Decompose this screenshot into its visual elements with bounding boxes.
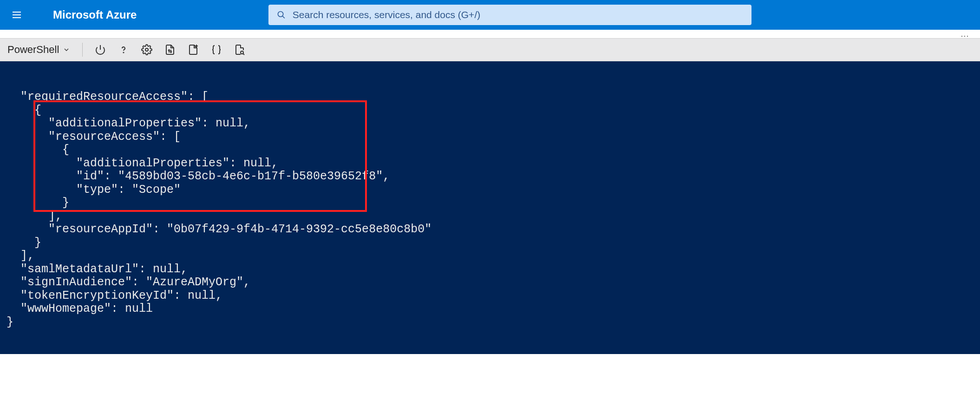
file-preview-icon — [234, 44, 245, 55]
terminal-line: "tokenEncryptionKeyId": null, — [7, 289, 973, 303]
terminal-line: "id": "4589bd03-58cb-4e6c-b17f-b580e3965… — [7, 170, 973, 184]
terminal-line: ], — [7, 250, 973, 263]
braces-icon — [211, 44, 222, 55]
editor-button[interactable] — [211, 44, 222, 55]
terminal-line: ], — [7, 210, 973, 223]
terminal-line: { — [7, 104, 973, 118]
svg-line-4 — [283, 16, 285, 18]
preview-button[interactable] — [234, 44, 245, 55]
terminal-line: "samlMetadataUrl": null, — [7, 263, 973, 276]
upload-download-button[interactable] — [164, 44, 176, 55]
shell-selector[interactable]: PowerShell — [7, 44, 70, 56]
restart-shell-button[interactable] — [95, 44, 106, 55]
file-transfer-icon — [164, 44, 176, 55]
terminal-line: "wwwHomepage": null — [7, 302, 973, 316]
svg-point-6 — [124, 52, 124, 53]
terminal-line: "signInAudience": "AzureADMyOrg", — [7, 276, 973, 289]
new-session-button[interactable] — [188, 44, 199, 55]
terminal-line: } — [7, 236, 973, 250]
svg-point-10 — [241, 51, 243, 54]
terminal-line: } — [7, 197, 973, 210]
overflow-menu-button[interactable]: ⋯ — [960, 31, 971, 41]
svg-line-11 — [243, 54, 245, 55]
brand-title: Microsoft Azure — [53, 8, 137, 21]
search-input[interactable] — [293, 9, 744, 20]
toolbar-divider — [82, 43, 83, 57]
terminal-line: "additionalProperties": null, — [7, 117, 973, 131]
shell-selector-label: PowerShell — [7, 44, 59, 56]
svg-point-7 — [145, 48, 148, 51]
terminal-line: } — [7, 316, 973, 329]
terminal-line: "requiredResourceAccess": [ — [7, 91, 973, 104]
new-file-icon — [188, 44, 199, 55]
gear-icon — [141, 44, 152, 55]
hamburger-icon — [11, 9, 22, 20]
azure-topbar: Microsoft Azure — [0, 0, 980, 30]
terminal-line: "resourceAccess": [ — [7, 131, 973, 144]
terminal-line: "resourceAppId": "0b07f429-9f4b-4714-939… — [7, 223, 973, 236]
power-icon — [95, 44, 106, 55]
terminal-line: "additionalProperties": null, — [7, 157, 973, 171]
chevron-down-icon — [63, 46, 70, 53]
settings-button[interactable] — [141, 44, 152, 55]
help-icon — [118, 44, 129, 55]
cloud-shell-terminal[interactable]: "requiredResourceAccess": [ { "additiona… — [0, 61, 980, 354]
help-button[interactable] — [118, 44, 129, 55]
hamburger-menu-button[interactable] — [6, 4, 28, 26]
global-search[interactable] — [268, 5, 751, 25]
cloud-shell-toolbar: PowerShell — [0, 38, 980, 61]
terminal-line: { — [7, 144, 973, 157]
terminal-line: "type": "Scope" — [7, 184, 973, 197]
svg-point-3 — [278, 12, 283, 17]
search-icon — [277, 10, 286, 20]
